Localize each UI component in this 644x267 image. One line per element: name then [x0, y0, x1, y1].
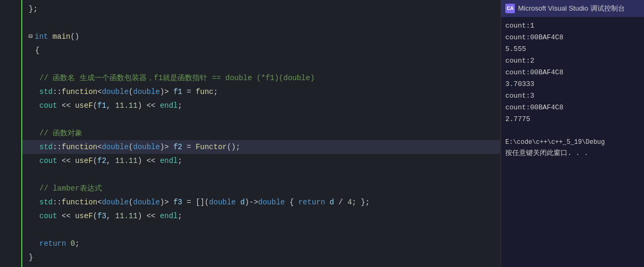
code-line [22, 168, 501, 182]
code-line: // lamber表达式 [22, 182, 501, 195]
console-output-line: 3.70333 [505, 79, 640, 90]
console-output-line: count:3 [505, 90, 640, 102]
code-line [22, 16, 501, 30]
console-output-line: count:2 [505, 55, 640, 67]
console-output-line: count:00BAF4C8 [505, 32, 640, 44]
code-editor[interactable]: }; ⊟int main() { // 函数名 生成一个函数包装器，f1就是函数… [0, 0, 501, 267]
code-line: std::function<double(double)> f1 = func; [22, 85, 501, 99]
code-line [22, 57, 501, 71]
code-content: }; ⊟int main() { // 函数名 生成一个函数包装器，f1就是函数… [22, 0, 501, 266]
code-line: std::function<double(double)> f3 = [](do… [22, 195, 501, 209]
code-line-highlighted: std::function<double(double)> f2 = Funct… [22, 140, 501, 154]
console-output-line: 2.7775 [505, 114, 640, 125]
code-line: // 函数名 生成一个函数包装器，f1就是函数指针 == double (*f1… [22, 71, 501, 85]
code-line: return 0; [22, 237, 501, 251]
console-output-line [505, 125, 640, 137]
console-panel: CA Microsoft Visual Studio 调试控制台 count:1… [501, 0, 644, 267]
code-line: } [22, 251, 501, 264]
code-line: cout << useF(f2, 11.11) << endl; [22, 154, 501, 168]
code-line [22, 223, 501, 237]
code-line: cout << useF(f1, 11.11) << endl; [22, 99, 501, 113]
console-titlebar: CA Microsoft Visual Studio 调试控制台 [501, 0, 644, 17]
console-output-line: count:1 [505, 20, 640, 32]
console-path-line: E:\code\c++\c++_5_19\Debug [505, 137, 640, 148]
console-title: Microsoft Visual Studio 调试控制台 [518, 4, 625, 13]
console-output-line: count:00BAF4C8 [505, 67, 640, 79]
code-line: cout << useF(f3, 11.11) << endl; [22, 209, 501, 223]
code-line: { [22, 44, 501, 57]
code-line: }; [22, 2, 501, 16]
console-output: count:1 count:00BAF4C8 5.555 count:2 cou… [501, 17, 644, 267]
console-note-line: 按任意键关闭此窗口. . . [505, 148, 640, 159]
console-output-line: count:00BAF4C8 [505, 102, 640, 114]
code-line: // 函数对象 [22, 126, 501, 140]
line-gutter [0, 0, 22, 267]
console-app-icon: CA [505, 4, 515, 13]
console-output-line: 5.555 [505, 44, 640, 55]
code-line [22, 113, 501, 126]
code-line: ⊟int main() [22, 30, 501, 44]
